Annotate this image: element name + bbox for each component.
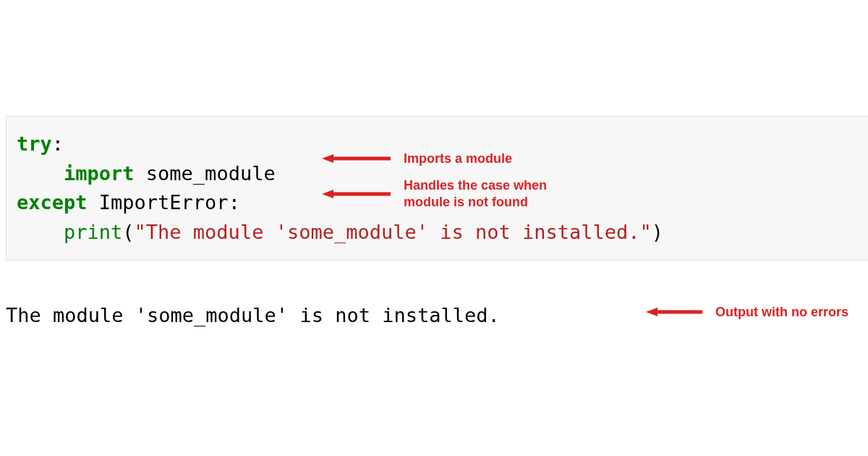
space <box>135 162 146 185</box>
space <box>88 191 99 214</box>
svg-marker-3 <box>322 190 333 198</box>
arrow-left-icon <box>322 153 391 164</box>
keyword-try: try <box>17 132 52 155</box>
annotation-label: Output with no errors <box>715 304 848 321</box>
keyword-import: import <box>64 162 135 185</box>
output-text: The module 'some_module' is not installe… <box>6 304 500 326</box>
annotation-handles: Handles the case whenmodule is not found <box>322 177 547 210</box>
indent <box>17 221 64 243</box>
colon: : <box>229 191 240 214</box>
arrow-left-icon <box>322 188 391 200</box>
svg-marker-1 <box>322 154 333 163</box>
svg-marker-5 <box>646 308 658 316</box>
builtin-print: print <box>64 221 122 243</box>
paren-open: ( <box>122 221 134 243</box>
annotation-output: Output with no errors <box>646 304 848 321</box>
paren-close: ) <box>652 221 663 243</box>
exception-name: ImportError <box>99 191 229 214</box>
colon: : <box>52 132 64 155</box>
annotation-label: Handles the case whenmodule is not found <box>404 177 547 210</box>
module-name: some_module <box>146 162 276 185</box>
keyword-except: except <box>17 191 88 214</box>
string-literal: "The module 'some_module' is not install… <box>135 221 652 243</box>
arrow-left-icon <box>646 306 702 318</box>
annotation-label: Imports a module <box>404 151 512 167</box>
indent <box>17 162 64 185</box>
annotation-imports: Imports a module <box>322 151 512 167</box>
